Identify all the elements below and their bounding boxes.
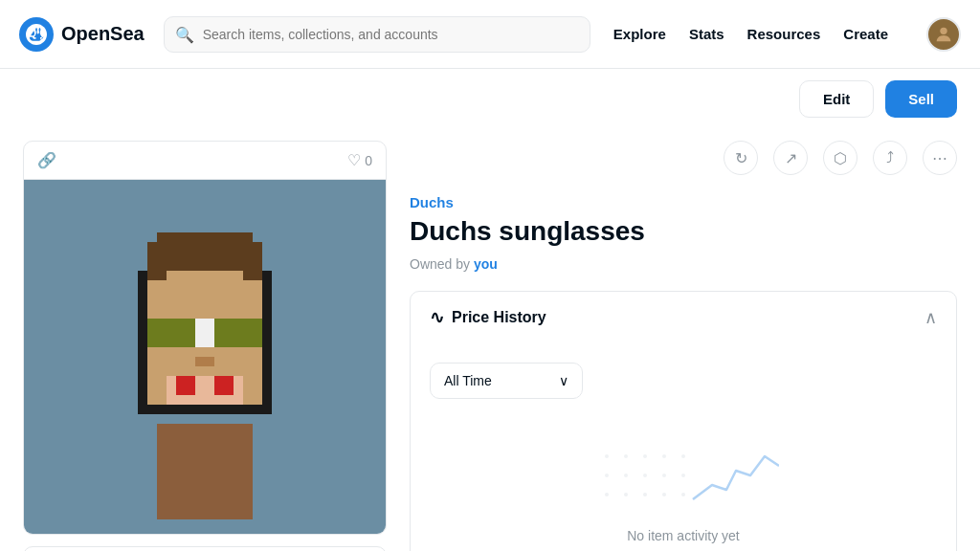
svg-point-32 bbox=[643, 493, 647, 496]
svg-point-33 bbox=[662, 493, 666, 496]
svg-point-22 bbox=[643, 454, 647, 458]
nav-explore[interactable]: Explore bbox=[613, 26, 666, 42]
main-content: 🔗 ♡ 0 bbox=[0, 118, 980, 551]
svg-rect-16 bbox=[214, 376, 234, 395]
right-column: ↻ ↗ ⬡ ⤴ ⋯ Duchs Duchs sunglasses Owned b… bbox=[410, 141, 957, 551]
nft-image-container bbox=[24, 180, 386, 534]
svg-rect-9 bbox=[214, 319, 262, 347]
link-icon[interactable]: 🔗 bbox=[37, 151, 56, 169]
price-history-body: All Time ∨ bbox=[411, 343, 956, 551]
nft-card: 🔗 ♡ 0 bbox=[23, 141, 387, 535]
no-activity-text: No item activity yet bbox=[627, 528, 739, 543]
brand-logo[interactable]: OpenSea bbox=[19, 17, 145, 52]
more-button[interactable]: ⋯ bbox=[923, 141, 957, 175]
svg-point-34 bbox=[681, 493, 685, 496]
collection-name[interactable]: Duchs bbox=[410, 194, 957, 210]
left-column: 🔗 ♡ 0 bbox=[23, 141, 387, 551]
external-link-button[interactable]: ⬡ bbox=[823, 141, 858, 175]
time-range-dropdown[interactable]: All Time ∨ bbox=[430, 363, 583, 399]
nft-card-header: 🔗 ♡ 0 bbox=[24, 142, 386, 180]
chevron-down-icon: ∨ bbox=[559, 373, 568, 388]
svg-point-24 bbox=[681, 454, 685, 458]
svg-rect-10 bbox=[195, 357, 214, 366]
svg-rect-19 bbox=[138, 405, 272, 414]
svg-rect-2 bbox=[157, 424, 253, 519]
chart-placeholder bbox=[588, 437, 779, 517]
svg-point-25 bbox=[605, 474, 609, 477]
owner-link[interactable]: you bbox=[474, 256, 498, 272]
chart-area: No item activity yet bbox=[430, 418, 937, 551]
chevron-up-icon: ∧ bbox=[924, 307, 937, 328]
dropdown-label: All Time bbox=[444, 373, 492, 388]
edit-button[interactable]: Edit bbox=[799, 80, 874, 118]
item-actions: ↻ ↗ ⬡ ⤴ ⋯ bbox=[410, 141, 957, 175]
svg-rect-8 bbox=[147, 319, 195, 347]
action-bar: Edit Sell bbox=[0, 69, 980, 118]
like-count: 0 bbox=[365, 153, 372, 168]
nft-pixel-art bbox=[71, 194, 339, 519]
price-history-title: Price History bbox=[452, 309, 546, 326]
nav-links: Explore Stats Resources Create bbox=[613, 17, 961, 52]
search-container: 🔍 bbox=[164, 16, 590, 53]
nav-create[interactable]: Create bbox=[843, 26, 888, 42]
owned-by: Owned by you bbox=[410, 256, 957, 272]
heart-icon[interactable]: ♡ bbox=[347, 151, 361, 169]
nav-stats[interactable]: Stats bbox=[689, 26, 724, 42]
svg-rect-6 bbox=[157, 232, 253, 271]
nav-resources[interactable]: Resources bbox=[747, 26, 821, 42]
opensea-logo-icon bbox=[19, 17, 54, 52]
brand-name: OpenSea bbox=[61, 23, 145, 45]
svg-point-20 bbox=[605, 454, 609, 458]
description-bar[interactable]: ≡ Description bbox=[23, 546, 387, 551]
refresh-button[interactable]: ↻ bbox=[724, 141, 758, 175]
user-avatar[interactable] bbox=[926, 17, 961, 52]
svg-point-30 bbox=[605, 493, 609, 496]
svg-point-0 bbox=[940, 27, 947, 33]
search-icon: 🔍 bbox=[175, 25, 194, 43]
share-button[interactable]: ⤴ bbox=[873, 141, 907, 175]
svg-point-21 bbox=[624, 454, 628, 458]
svg-point-23 bbox=[662, 454, 666, 458]
price-history-header[interactable]: ∿ Price History ∧ bbox=[411, 292, 956, 343]
svg-point-27 bbox=[643, 474, 647, 477]
price-history-section: ∿ Price History ∧ All Time ∨ bbox=[410, 291, 957, 551]
sell-button[interactable]: Sell bbox=[885, 80, 957, 118]
svg-rect-15 bbox=[176, 376, 195, 395]
svg-rect-18 bbox=[262, 271, 272, 405]
search-input[interactable] bbox=[164, 16, 590, 53]
chart-icon: ∿ bbox=[430, 307, 444, 328]
svg-point-28 bbox=[662, 474, 666, 477]
svg-point-26 bbox=[624, 474, 628, 477]
svg-point-29 bbox=[681, 474, 685, 477]
nft-title: Duchs sunglasses bbox=[410, 216, 957, 247]
svg-point-31 bbox=[624, 493, 628, 496]
transfer-button[interactable]: ↗ bbox=[773, 141, 808, 175]
svg-rect-17 bbox=[138, 271, 147, 405]
